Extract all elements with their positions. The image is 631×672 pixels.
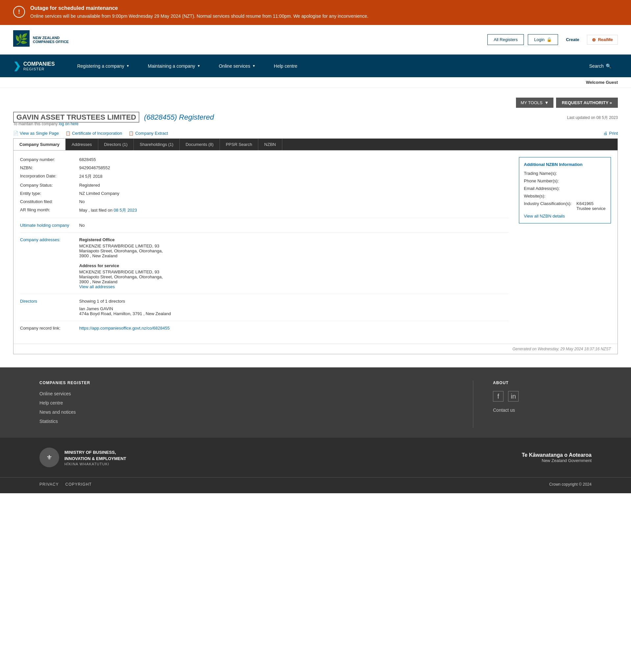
tab-bar: Company Summary Addresses Directors (1) …	[14, 139, 617, 150]
login-button[interactable]: Login 🔒	[528, 34, 558, 45]
footer-left: COMPANIES REGISTER Online services Help …	[40, 381, 453, 428]
ar-filing-value: May , last filed on 08 5月 2023	[79, 207, 137, 213]
facebook-icon[interactable]: f	[493, 391, 504, 402]
company-addresses-link[interactable]: Company addresses:	[20, 237, 61, 242]
footer-link-help-centre[interactable]: Help centre	[40, 400, 453, 406]
nav-item-online-services[interactable]: Online services ▼	[210, 56, 265, 76]
service-address-line2: Maniapoto Street, Otorohanga, Otorohanga…	[79, 274, 163, 279]
view-all-addresses-link[interactable]: View all addresses	[79, 284, 115, 289]
nav-item-help[interactable]: Help centre	[264, 56, 307, 76]
service-address-line1: MCKENZIE STRAWBRIDGE LIMITED, 93	[79, 269, 163, 274]
phone-label: Phone Number(s):	[524, 178, 577, 183]
nav-item-registering[interactable]: Registering a company ▼	[68, 56, 139, 76]
directors-section: Directors Showing 1 of 1 directors Ian J…	[20, 299, 509, 316]
industry-row: Industry Classification(s): K641965 Trus…	[524, 201, 606, 211]
company-status-display: (6828455) Registered	[144, 113, 214, 121]
all-registers-button[interactable]: All Registers	[487, 34, 524, 45]
industry-label: Industry Classification(s):	[524, 201, 577, 211]
print-icon: 🖨	[603, 131, 608, 136]
addresses-value: Registered Office MCKENZIE STRAWBRIDGE L…	[79, 237, 163, 289]
extract-link[interactable]: 📋 Company Extract	[128, 131, 168, 136]
company-number-value: 6828455	[79, 157, 96, 162]
nzbn-panel-title: Additional NZBN Information	[524, 162, 606, 167]
search-button[interactable]: Search 🔍	[583, 56, 618, 76]
toolbar-row: MY TOOLS ▼ REQUEST AUTHORITY »	[13, 98, 618, 108]
company-number-label: Company number:	[20, 157, 79, 162]
realme-label: RealMe	[598, 37, 613, 42]
welcome-bar: Welcome Guest	[0, 77, 631, 88]
realme-button[interactable]: ⊕ RealMe	[587, 35, 618, 45]
company-header: GAVIN ASSET TRUSTEES LIMITED (6828455) R…	[13, 113, 618, 126]
divider-3	[20, 294, 509, 294]
page-icon: 📄	[13, 131, 18, 136]
footer-link-statistics[interactable]: Statistics	[40, 418, 453, 424]
footer-link-online-services[interactable]: Online services	[40, 391, 453, 396]
dropdown-icon: ▼	[544, 100, 549, 105]
realme-icon: ⊕	[592, 37, 596, 42]
svg-text:🌿: 🌿	[15, 33, 28, 45]
linkedin-icon[interactable]: in	[508, 391, 519, 402]
view-single-page-link[interactable]: 📄 View as Single Page	[13, 131, 59, 136]
certificate-link[interactable]: 📋 Certificate of Incorporation	[65, 131, 122, 136]
tab-shareholdings[interactable]: Shareholdings (1)	[134, 139, 180, 150]
bottom-links: PRIVACY COPYRIGHT	[40, 482, 92, 487]
bottom-footer: ⚜ MINISTRY OF BUSINESS, INNOVATION & EMP…	[0, 438, 631, 477]
my-tools-label: MY TOOLS	[520, 100, 542, 105]
footer-link-news[interactable]: News and notices	[40, 409, 453, 415]
entity-type-label: Entity type:	[20, 191, 79, 196]
constitution-row: Constitution filed: No	[20, 199, 509, 204]
print-link[interactable]: 🖨 Print	[603, 131, 618, 136]
privacy-link[interactable]: PRIVACY	[40, 482, 59, 487]
tab-documents[interactable]: Documents (8)	[180, 139, 220, 150]
registered-office-title: Registered Office	[79, 237, 163, 242]
alert-content: Outage for scheduled maintenance Online …	[30, 5, 368, 20]
website-label: Website(s):	[524, 194, 577, 198]
trading-name-label: Trading Name(s):	[524, 171, 577, 176]
company-status-label: Company Status:	[20, 183, 79, 188]
request-authority-button[interactable]: REQUEST AUTHORITY »	[556, 98, 618, 108]
main-content: MY TOOLS ▼ REQUEST AUTHORITY » GAVIN ASS…	[0, 88, 631, 367]
generated-text: Generated on Wednesday, 29 May 2024 18:3…	[14, 344, 617, 354]
log-on-link[interactable]: log on here	[59, 122, 78, 126]
my-tools-button[interactable]: MY TOOLS ▼	[516, 98, 553, 108]
ultimate-holding-link[interactable]: Ultimate holding company	[20, 223, 69, 228]
nav-items: Registering a company ▼ Maintaining a co…	[68, 56, 583, 76]
tab-directors[interactable]: Directors (1)	[98, 139, 134, 150]
alert-icon: !	[13, 6, 25, 18]
create-button[interactable]: Create	[562, 34, 583, 45]
tab-addresses[interactable]: Addresses	[66, 139, 98, 150]
tab-nzbn[interactable]: NZBN	[258, 139, 282, 150]
record-link-url[interactable]: https://app.companiesoffice.govt.nz/co/6…	[79, 326, 169, 331]
footer-companies-register-title: COMPANIES REGISTER	[40, 381, 453, 385]
constitution-label: Constitution filed:	[20, 199, 79, 204]
nav-arrow-icon: ▼	[126, 64, 130, 68]
alert-banner: ! Outage for scheduled maintenance Onlin…	[0, 0, 631, 25]
nzbn-panel: Additional NZBN Information Trading Name…	[519, 157, 611, 223]
welcome-user: Guest	[606, 80, 618, 85]
service-address-line3: 3900 , New Zealand	[79, 279, 163, 284]
incorporation-date-row: Incorporation Date: 24 5月 2018	[20, 173, 509, 179]
mbie-line1: MINISTRY OF BUSINESS,	[64, 449, 126, 456]
ar-filing-link[interactable]: 08 5月 2023	[114, 208, 137, 213]
email-row: Email Address(es):	[524, 186, 606, 191]
copyright-link[interactable]: COPYRIGHT	[65, 482, 92, 487]
record-link-row: Company record link: https://app.compani…	[20, 326, 509, 331]
ultimate-holding-value: No	[79, 223, 85, 228]
nzgov-sub: New Zealand Government	[522, 458, 592, 463]
entity-type-value: NZ Limited Company	[79, 191, 119, 196]
nav-chevron-icon: ❯	[13, 61, 21, 71]
company-name: GAVIN ASSET TRUSTEES LIMITED	[13, 112, 139, 123]
tab-company-summary[interactable]: Company Summary	[14, 139, 66, 150]
crown-copyright: Crown copyright © 2024	[549, 482, 591, 487]
directors-link[interactable]: Directors	[20, 299, 37, 304]
mbie-text-block: MINISTRY OF BUSINESS, INNOVATION & EMPLO…	[64, 449, 126, 466]
view-nzbn-details-link[interactable]: View all NZBN details	[524, 214, 565, 218]
nav-item-maintaining[interactable]: Maintaining a company ▼	[139, 56, 210, 76]
logo-area: 🌿 NEW ZEALAND COMPANIES OFFICE	[13, 30, 69, 49]
ar-filing-label: AR filing month:	[20, 207, 79, 213]
top-nav: 🌿 NEW ZEALAND COMPANIES OFFICE All Regis…	[0, 25, 631, 54]
nav-brand-section: ❯ COMPANIES REGISTER	[13, 54, 68, 77]
tab-ppsr-search[interactable]: PPSR Search	[220, 139, 258, 150]
contact-us-link[interactable]: Contact us	[493, 407, 515, 413]
divider-2	[20, 232, 509, 233]
